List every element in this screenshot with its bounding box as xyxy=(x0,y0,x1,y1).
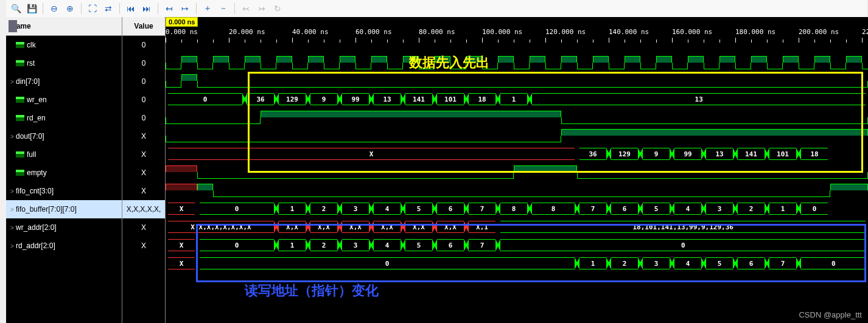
tick: 180.000 ns xyxy=(735,28,775,36)
zoom-in-icon[interactable]: 🔍 xyxy=(9,1,23,16)
signal-value: X xyxy=(122,182,165,200)
toolbar: 🔍 💾 ⊖ ⊕ ⛶ ⇄ ⏮ ⏭ ↤ ↦ ＋ － ↢ ↣ ↻ xyxy=(6,0,867,18)
next-edge-icon[interactable]: ↦ xyxy=(178,1,192,16)
signal-value: 0 xyxy=(122,72,165,91)
annotation-fifo: 数据先入先出 xyxy=(409,54,489,72)
signal-value: 0 xyxy=(122,91,165,109)
signal-row-empty[interactable]: empty xyxy=(6,164,122,182)
signal-value: X,X,X,X,X, xyxy=(122,200,165,218)
signal-row-rst[interactable]: rst xyxy=(6,54,122,72)
signal-value: X xyxy=(122,145,165,164)
waveform-area[interactable]: 0.000 ns 0.000 ns20.000 ns40.000 ns60.00… xyxy=(166,17,868,323)
value-column: Value 00000XXXXX,X,X,X,X,XX xyxy=(122,17,166,323)
annotation-box-blue xyxy=(196,224,866,282)
signal-row-dout[7:0][interactable]: >dout[7:0] xyxy=(6,127,122,145)
signal-value: X xyxy=(122,218,165,237)
zoom-reset-icon[interactable]: ⊕ xyxy=(63,1,77,16)
signal-value: 0 xyxy=(122,109,165,127)
tick: 160.000 ns xyxy=(672,28,712,36)
step-back-icon[interactable]: ↢ xyxy=(239,1,253,16)
signal-row-rd_addr[2:0][interactable]: >rd_addr[2:0] xyxy=(6,237,122,255)
tick: 220.0 xyxy=(862,28,868,36)
annotation-box-yellow xyxy=(248,72,863,173)
signal-row-full[interactable]: full xyxy=(6,145,122,164)
remove-marker-icon[interactable]: － xyxy=(216,1,231,16)
zoom-fit-icon[interactable]: ⛶ xyxy=(85,1,100,16)
signal-row-fifo_buffer[7:0][7:0][interactable]: >fifo_buffer[7:0][7:0] xyxy=(6,200,122,218)
add-marker-icon[interactable]: ＋ xyxy=(200,1,215,16)
value-header: Value xyxy=(122,17,165,36)
signal-value: 0 xyxy=(122,36,165,54)
time-ruler[interactable]: 0.000 ns20.000 ns40.000 ns60.000 ns80.00… xyxy=(166,28,868,54)
signal-value: 0 xyxy=(122,54,165,72)
tick: 60.000 ns xyxy=(355,28,392,36)
signal-value: X xyxy=(122,164,165,182)
cursor-time-flag[interactable]: 0.000 ns xyxy=(166,17,198,27)
signal-row-wr_en[interactable]: wr_en xyxy=(6,91,122,109)
signal-row-din[7:0][interactable]: >din[7:0] xyxy=(6,72,122,91)
save-icon[interactable]: 💾 xyxy=(24,1,39,16)
tick: 200.000 ns xyxy=(799,28,839,36)
tick: 20.000 ns xyxy=(229,28,265,36)
tick: 120.000 ns xyxy=(545,28,586,36)
go-end-icon[interactable]: ⏭ xyxy=(139,1,154,16)
name-header: Name xyxy=(6,17,122,36)
go-start-icon[interactable]: ⏮ xyxy=(124,1,138,16)
tick: 100.000 ns xyxy=(482,28,522,36)
tick: 80.000 ns xyxy=(419,28,455,36)
step-fwd-icon[interactable]: ↣ xyxy=(254,1,269,16)
tick: 40.000 ns xyxy=(292,28,329,36)
signal-row-fifo_cnt[3:0][interactable]: >fifo_cnt[3:0] xyxy=(6,182,122,200)
swap-icon[interactable]: ⇄ xyxy=(101,1,116,16)
signal-row-rd_en[interactable]: rd_en xyxy=(6,109,122,127)
cycle-icon[interactable]: ↻ xyxy=(270,1,285,16)
name-column: Name clkrst>din[7:0]wr_enrd_en>dout[7:0]… xyxy=(6,17,122,323)
signal-value: X xyxy=(122,127,165,145)
tick: 140.000 ns xyxy=(609,28,649,36)
prev-edge-icon[interactable]: ↤ xyxy=(162,1,177,16)
tick: 0.000 ns xyxy=(166,28,198,36)
annotation-addr: 读写地址（指针）变化 xyxy=(245,282,379,300)
signal-row-clk[interactable]: clk xyxy=(6,36,122,54)
watermark: CSDN @apple_ttt xyxy=(799,310,862,319)
signal-value: X xyxy=(122,237,165,255)
signal-row-wr_addr[2:0][interactable]: >wr_addr[2:0] xyxy=(6,218,122,237)
zoom-out-icon[interactable]: ⊖ xyxy=(47,1,61,16)
